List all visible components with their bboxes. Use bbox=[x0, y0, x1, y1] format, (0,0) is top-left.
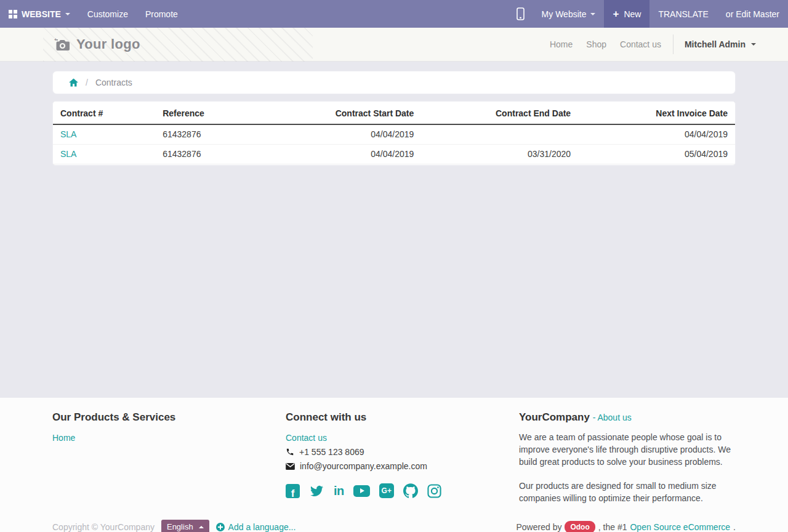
contracts-table: Contract # Reference Contract Start Date… bbox=[53, 102, 735, 164]
breadcrumb-separator: / bbox=[86, 78, 88, 87]
chevron-up-icon bbox=[199, 526, 204, 528]
footer-about-column: YourCompany - About us We are a team of … bbox=[519, 411, 736, 504]
footer: Our Products & Services Home Connect wit… bbox=[0, 398, 788, 532]
breadcrumb: / Contracts bbox=[52, 71, 736, 94]
phone-number: +1 555 123 8069 bbox=[299, 447, 364, 457]
facebook-icon[interactable]: f bbox=[286, 484, 300, 498]
nav-contact-us[interactable]: Contact us bbox=[613, 39, 668, 49]
col-contract: Contract # bbox=[53, 102, 155, 124]
connect-title: Connect with us bbox=[286, 411, 519, 424]
site-header: + Your logo Home Shop Contact us Mitchel… bbox=[0, 28, 788, 62]
footer-products-column: Our Products & Services Home bbox=[52, 411, 286, 504]
grid-icon bbox=[9, 10, 17, 18]
edit-master-button[interactable]: or Edit Master bbox=[717, 0, 788, 28]
svg-text:+: + bbox=[54, 38, 57, 42]
admin-navbar: WEBSITE Customize Promote My Website + N… bbox=[0, 0, 788, 28]
language-selector[interactable]: English bbox=[161, 520, 209, 532]
end-date-cell: 03/31/2020 bbox=[421, 145, 578, 164]
promote-menu-label: Promote bbox=[145, 9, 178, 19]
home-icon[interactable] bbox=[69, 78, 78, 87]
language-label: English bbox=[167, 522, 193, 531]
translate-label: TRANSLATE bbox=[658, 9, 708, 19]
social-icons: f in G+ bbox=[286, 483, 519, 498]
website-menu[interactable]: WEBSITE bbox=[0, 0, 79, 28]
my-website-menu[interactable]: My Website bbox=[533, 0, 605, 28]
reference-cell: 61432876 bbox=[155, 145, 285, 164]
customize-menu[interactable]: Customize bbox=[79, 0, 137, 28]
table-header-row: Contract # Reference Contract Start Date… bbox=[53, 102, 735, 124]
customize-menu-label: Customize bbox=[87, 9, 128, 19]
contract-link[interactable]: SLA bbox=[60, 149, 76, 159]
add-language-label: Add a language... bbox=[228, 522, 296, 532]
linkedin-icon[interactable]: in bbox=[334, 484, 344, 498]
odoo-badge[interactable]: Odoo bbox=[565, 521, 595, 532]
footer-contact-link[interactable]: Contact us bbox=[286, 433, 327, 443]
col-end-date: Contract End Date bbox=[421, 102, 578, 124]
logo-text: Your logo bbox=[76, 36, 140, 52]
mobile-icon bbox=[517, 7, 525, 20]
company-name: YourCompany bbox=[519, 411, 590, 423]
start-date-cell: 04/04/2019 bbox=[285, 145, 422, 164]
chevron-down-icon bbox=[65, 13, 70, 15]
copyright-text: Copyright © YourCompany bbox=[52, 522, 155, 532]
phone-icon bbox=[286, 448, 294, 456]
footer-connect-column: Connect with us Contact us +1 555 123 80… bbox=[286, 411, 519, 504]
nav-shop[interactable]: Shop bbox=[579, 39, 613, 49]
tagline-text: , the #1 bbox=[598, 522, 627, 532]
open-source-ecommerce-link[interactable]: Open Source eCommerce bbox=[630, 522, 730, 532]
powered-by-text: Powered by bbox=[517, 522, 562, 532]
user-menu-label: Mitchell Admin bbox=[685, 39, 746, 49]
edit-master-label: or Edit Master bbox=[726, 9, 779, 19]
mobile-preview-button[interactable] bbox=[508, 0, 533, 28]
site-logo[interactable]: + Your logo bbox=[43, 28, 313, 62]
translate-button[interactable]: TRANSLATE bbox=[649, 0, 717, 28]
twitter-icon[interactable] bbox=[309, 485, 324, 498]
camera-icon: + bbox=[54, 38, 70, 52]
plus-circle-icon bbox=[216, 523, 225, 531]
next-invoice-cell: 04/04/2019 bbox=[578, 124, 735, 145]
envelope-icon bbox=[286, 463, 295, 470]
my-website-label: My Website bbox=[542, 9, 587, 19]
website-menu-label: WEBSITE bbox=[22, 9, 61, 19]
table-row: SLA 61432876 04/04/2019 04/04/2019 bbox=[53, 124, 735, 145]
new-button-label: New bbox=[624, 9, 641, 19]
new-button[interactable]: + New bbox=[604, 0, 649, 28]
promote-menu[interactable]: Promote bbox=[137, 0, 187, 28]
about-paragraph-1: We are a team of passionate people whose… bbox=[519, 431, 736, 468]
chevron-down-icon bbox=[751, 43, 756, 46]
plus-icon: + bbox=[613, 8, 619, 20]
contracts-table-card: Contract # Reference Contract Start Date… bbox=[52, 101, 736, 166]
about-paragraph-2: Our products are designed for small to m… bbox=[519, 480, 736, 504]
start-date-cell: 04/04/2019 bbox=[285, 124, 422, 145]
breadcrumb-current: Contracts bbox=[95, 78, 132, 87]
table-row: SLA 61432876 04/04/2019 03/31/2020 05/04… bbox=[53, 145, 735, 164]
googleplus-icon[interactable]: G+ bbox=[379, 483, 394, 498]
user-menu[interactable]: Mitchell Admin bbox=[678, 39, 762, 49]
col-next-invoice: Next Invoice Date bbox=[578, 102, 735, 124]
next-invoice-cell: 05/04/2019 bbox=[578, 145, 735, 164]
products-title: Our Products & Services bbox=[52, 411, 286, 424]
reference-cell: 61432876 bbox=[155, 124, 285, 145]
chevron-down-icon bbox=[590, 13, 595, 15]
youtube-icon[interactable] bbox=[353, 485, 370, 497]
nav-home[interactable]: Home bbox=[543, 39, 579, 49]
contract-link[interactable]: SLA bbox=[60, 129, 76, 139]
email-address: info@yourcompany.example.com bbox=[300, 461, 427, 471]
github-icon[interactable] bbox=[403, 483, 418, 498]
tagline-period: . bbox=[733, 522, 736, 532]
col-start-date: Contract Start Date bbox=[285, 102, 422, 124]
about-us-link[interactable]: - About us bbox=[593, 413, 632, 422]
main-content: / Contracts Contract # Reference Contrac… bbox=[0, 71, 788, 398]
footer-bottom-bar: Copyright © YourCompany English Add a la… bbox=[52, 520, 736, 532]
footer-home-link[interactable]: Home bbox=[52, 433, 75, 443]
site-nav: Home Shop Contact us Mitchell Admin bbox=[543, 34, 762, 54]
nav-divider bbox=[673, 34, 673, 54]
instagram-icon[interactable] bbox=[427, 484, 441, 498]
col-reference: Reference bbox=[155, 102, 285, 124]
end-date-cell bbox=[421, 124, 578, 145]
add-language-link[interactable]: Add a language... bbox=[216, 522, 296, 532]
